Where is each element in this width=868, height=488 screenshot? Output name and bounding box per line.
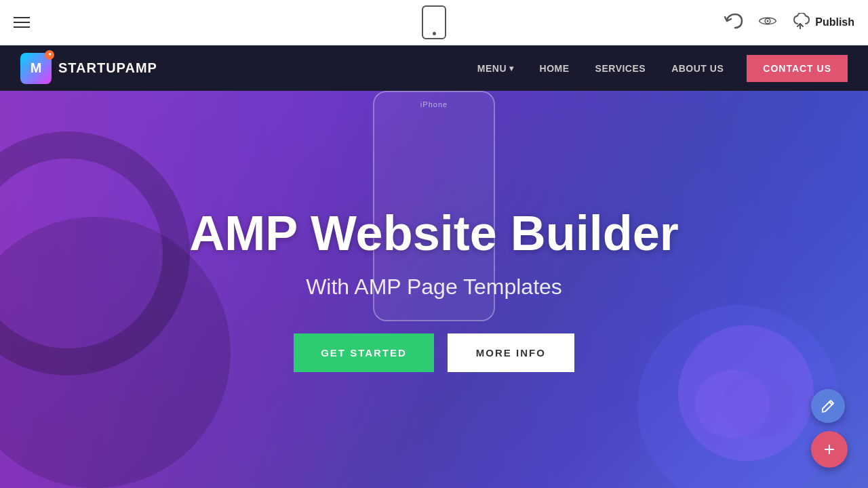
navbar: M ✦ STARTUPAMP MENU HOME SERVICES ABOUT …: [0, 45, 868, 91]
contact-us-button[interactable]: CONTACT US: [747, 55, 848, 82]
hero-section: iPhone AMP Website Builder With AMP Page…: [0, 91, 868, 488]
brand: M ✦ STARTUPAMP: [20, 53, 157, 84]
publish-label: Publish: [815, 16, 854, 28]
cloud-upload-icon: [791, 13, 810, 32]
toolbar-left: [0, 17, 30, 28]
plus-icon: +: [824, 440, 835, 459]
nav-item-services[interactable]: SERVICES: [586, 58, 656, 79]
hero-title: AMP Website Builder: [189, 207, 678, 260]
more-info-button[interactable]: MORE INFO: [448, 333, 574, 372]
toolbar: Publish: [0, 0, 868, 45]
hamburger-menu-icon[interactable]: [14, 17, 30, 28]
nav-links: MENU HOME SERVICES ABOUT US CONTACT US: [468, 55, 848, 82]
get-started-button[interactable]: GET STARTED: [294, 333, 434, 372]
brand-logo: M ✦: [20, 53, 52, 84]
nav-item-about[interactable]: ABOUT US: [662, 58, 733, 79]
phone-dot: [433, 32, 436, 35]
phone-label: iPhone: [420, 100, 448, 108]
edit-fab-button[interactable]: [811, 389, 845, 423]
undo-icon[interactable]: [723, 12, 745, 33]
nav-item-menu[interactable]: MENU: [468, 58, 524, 79]
brand-name: STARTUPAMP: [58, 60, 157, 76]
publish-button[interactable]: Publish: [791, 13, 854, 32]
hero-right-decor: [692, 363, 800, 447]
preview-eye-icon[interactable]: [758, 14, 777, 30]
svg-point-4: [722, 370, 797, 438]
svg-point-1: [767, 20, 769, 22]
hero-buttons: GET STARTED MORE INFO: [189, 333, 678, 372]
toolbar-center: [422, 5, 446, 39]
add-fab-button[interactable]: +: [811, 431, 848, 468]
mobile-preview-icon[interactable]: [422, 5, 446, 39]
hero-subtitle: With AMP Page Templates: [189, 274, 678, 300]
toolbar-right: Publish: [723, 12, 868, 33]
brand-logo-letter: M: [31, 60, 42, 76]
hero-content: AMP Website Builder With AMP Page Templa…: [189, 207, 678, 371]
fab-container: +: [811, 389, 848, 468]
nav-item-home[interactable]: HOME: [530, 58, 579, 79]
